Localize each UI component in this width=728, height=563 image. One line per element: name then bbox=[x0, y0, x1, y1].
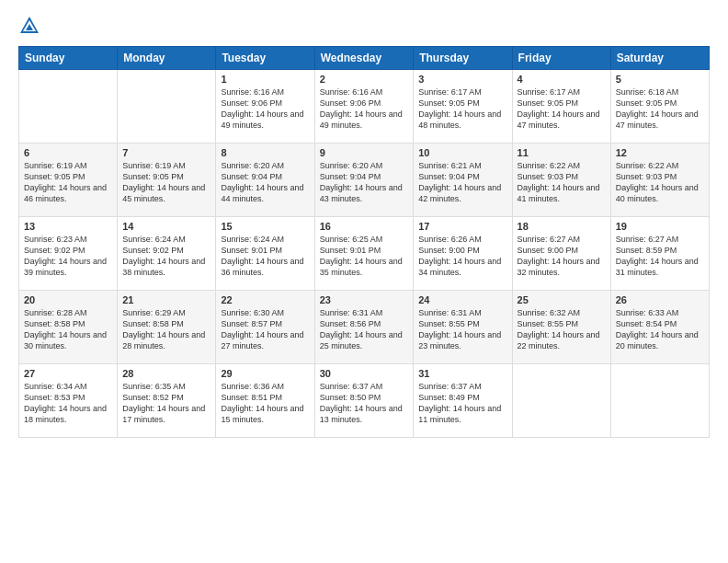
col-header-thursday: Thursday bbox=[414, 47, 512, 70]
calendar-week-row: 1Sunrise: 6:16 AMSunset: 9:06 PMDaylight… bbox=[19, 70, 710, 144]
calendar-week-row: 13Sunrise: 6:23 AMSunset: 9:02 PMDayligh… bbox=[19, 217, 710, 291]
calendar-cell: 31Sunrise: 6:37 AMSunset: 8:49 PMDayligh… bbox=[414, 364, 512, 438]
calendar-cell bbox=[118, 70, 216, 144]
cell-sun-info: Sunrise: 6:37 AMSunset: 8:50 PMDaylight:… bbox=[320, 381, 409, 426]
calendar-cell: 6Sunrise: 6:19 AMSunset: 9:05 PMDaylight… bbox=[19, 144, 118, 217]
cell-sun-info: Sunrise: 6:16 AMSunset: 9:06 PMDaylight:… bbox=[320, 86, 409, 132]
day-number: 23 bbox=[320, 294, 409, 305]
cell-sun-info: Sunrise: 6:28 AMSunset: 8:58 PMDaylight:… bbox=[24, 307, 112, 352]
calendar-cell: 18Sunrise: 6:27 AMSunset: 9:00 PMDayligh… bbox=[512, 217, 610, 291]
day-number: 14 bbox=[122, 221, 210, 232]
calendar-cell: 28Sunrise: 6:35 AMSunset: 8:52 PMDayligh… bbox=[118, 364, 216, 438]
page: SundayMondayTuesdayWednesdayThursdayFrid… bbox=[0, 0, 728, 563]
cell-sun-info: Sunrise: 6:27 AMSunset: 8:59 PMDaylight:… bbox=[616, 234, 704, 279]
cell-sun-info: Sunrise: 6:16 AMSunset: 9:06 PMDaylight:… bbox=[221, 86, 309, 132]
day-number: 19 bbox=[616, 221, 704, 232]
calendar-cell: 9Sunrise: 6:20 AMSunset: 9:04 PMDaylight… bbox=[314, 144, 414, 217]
day-number: 15 bbox=[221, 221, 309, 232]
calendar-table: SundayMondayTuesdayWednesdayThursdayFrid… bbox=[18, 46, 710, 438]
day-number: 13 bbox=[24, 221, 112, 232]
col-header-friday: Friday bbox=[512, 47, 610, 70]
day-number: 1 bbox=[221, 74, 309, 85]
cell-sun-info: Sunrise: 6:25 AMSunset: 9:01 PMDaylight:… bbox=[320, 234, 409, 279]
day-number: 3 bbox=[418, 74, 506, 85]
header bbox=[18, 15, 710, 37]
col-header-sunday: Sunday bbox=[19, 47, 118, 70]
calendar-cell: 5Sunrise: 6:18 AMSunset: 9:05 PMDaylight… bbox=[610, 70, 709, 144]
col-header-wednesday: Wednesday bbox=[314, 47, 414, 70]
cell-sun-info: Sunrise: 6:20 AMSunset: 9:04 PMDaylight:… bbox=[221, 160, 309, 205]
calendar-cell bbox=[610, 364, 709, 438]
day-number: 10 bbox=[418, 147, 506, 158]
cell-sun-info: Sunrise: 6:37 AMSunset: 8:49 PMDaylight:… bbox=[418, 381, 506, 426]
day-number: 31 bbox=[418, 368, 506, 379]
calendar-cell: 1Sunrise: 6:16 AMSunset: 9:06 PMDaylight… bbox=[216, 70, 314, 144]
cell-sun-info: Sunrise: 6:26 AMSunset: 9:00 PMDaylight:… bbox=[418, 234, 506, 279]
cell-sun-info: Sunrise: 6:30 AMSunset: 8:57 PMDaylight:… bbox=[221, 307, 309, 352]
calendar-cell: 17Sunrise: 6:26 AMSunset: 9:00 PMDayligh… bbox=[414, 217, 512, 291]
cell-sun-info: Sunrise: 6:34 AMSunset: 8:53 PMDaylight:… bbox=[24, 381, 112, 426]
calendar-cell: 3Sunrise: 6:17 AMSunset: 9:05 PMDaylight… bbox=[414, 70, 512, 144]
cell-sun-info: Sunrise: 6:17 AMSunset: 9:05 PMDaylight:… bbox=[418, 86, 506, 132]
col-header-monday: Monday bbox=[118, 47, 216, 70]
logo bbox=[18, 15, 44, 37]
calendar-cell: 26Sunrise: 6:33 AMSunset: 8:54 PMDayligh… bbox=[610, 291, 709, 364]
calendar-cell: 25Sunrise: 6:32 AMSunset: 8:55 PMDayligh… bbox=[512, 291, 610, 364]
calendar-cell: 14Sunrise: 6:24 AMSunset: 9:02 PMDayligh… bbox=[118, 217, 216, 291]
day-number: 6 bbox=[24, 147, 112, 158]
cell-sun-info: Sunrise: 6:20 AMSunset: 9:04 PMDaylight:… bbox=[320, 160, 409, 205]
calendar-cell: 15Sunrise: 6:24 AMSunset: 9:01 PMDayligh… bbox=[216, 217, 314, 291]
cell-sun-info: Sunrise: 6:33 AMSunset: 8:54 PMDaylight:… bbox=[616, 307, 704, 352]
calendar-cell: 13Sunrise: 6:23 AMSunset: 9:02 PMDayligh… bbox=[19, 217, 118, 291]
day-number: 25 bbox=[518, 294, 606, 305]
cell-sun-info: Sunrise: 6:22 AMSunset: 9:03 PMDaylight:… bbox=[616, 160, 704, 205]
calendar-cell bbox=[19, 70, 118, 144]
calendar-week-row: 27Sunrise: 6:34 AMSunset: 8:53 PMDayligh… bbox=[19, 364, 710, 438]
calendar-cell: 29Sunrise: 6:36 AMSunset: 8:51 PMDayligh… bbox=[216, 364, 314, 438]
cell-sun-info: Sunrise: 6:23 AMSunset: 9:02 PMDaylight:… bbox=[24, 234, 112, 279]
day-number: 18 bbox=[518, 221, 606, 232]
day-number: 4 bbox=[518, 74, 606, 85]
calendar-cell: 19Sunrise: 6:27 AMSunset: 8:59 PMDayligh… bbox=[610, 217, 709, 291]
day-number: 9 bbox=[320, 147, 409, 158]
cell-sun-info: Sunrise: 6:36 AMSunset: 8:51 PMDaylight:… bbox=[221, 381, 309, 426]
cell-sun-info: Sunrise: 6:21 AMSunset: 9:04 PMDaylight:… bbox=[418, 160, 506, 205]
day-number: 28 bbox=[122, 368, 210, 379]
day-number: 29 bbox=[221, 368, 309, 379]
cell-sun-info: Sunrise: 6:31 AMSunset: 8:55 PMDaylight:… bbox=[418, 307, 506, 352]
cell-sun-info: Sunrise: 6:18 AMSunset: 9:05 PMDaylight:… bbox=[616, 86, 704, 132]
calendar-week-row: 20Sunrise: 6:28 AMSunset: 8:58 PMDayligh… bbox=[19, 291, 710, 364]
calendar-cell: 21Sunrise: 6:29 AMSunset: 8:58 PMDayligh… bbox=[118, 291, 216, 364]
cell-sun-info: Sunrise: 6:17 AMSunset: 9:05 PMDaylight:… bbox=[518, 86, 606, 132]
calendar-cell: 10Sunrise: 6:21 AMSunset: 9:04 PMDayligh… bbox=[414, 144, 512, 217]
col-header-tuesday: Tuesday bbox=[216, 47, 314, 70]
calendar-cell: 11Sunrise: 6:22 AMSunset: 9:03 PMDayligh… bbox=[512, 144, 610, 217]
calendar-cell: 27Sunrise: 6:34 AMSunset: 8:53 PMDayligh… bbox=[19, 364, 118, 438]
calendar-cell: 2Sunrise: 6:16 AMSunset: 9:06 PMDaylight… bbox=[314, 70, 414, 144]
calendar-cell: 12Sunrise: 6:22 AMSunset: 9:03 PMDayligh… bbox=[610, 144, 709, 217]
cell-sun-info: Sunrise: 6:31 AMSunset: 8:56 PMDaylight:… bbox=[320, 307, 409, 352]
day-number: 22 bbox=[221, 294, 309, 305]
day-number: 12 bbox=[616, 147, 704, 158]
day-number: 16 bbox=[320, 221, 409, 232]
day-number: 11 bbox=[518, 147, 606, 158]
calendar-header-row: SundayMondayTuesdayWednesdayThursdayFrid… bbox=[19, 47, 710, 70]
calendar-cell: 7Sunrise: 6:19 AMSunset: 9:05 PMDaylight… bbox=[118, 144, 216, 217]
day-number: 21 bbox=[122, 294, 210, 305]
calendar-cell bbox=[512, 364, 610, 438]
day-number: 30 bbox=[320, 368, 409, 379]
cell-sun-info: Sunrise: 6:35 AMSunset: 8:52 PMDaylight:… bbox=[122, 381, 210, 426]
day-number: 17 bbox=[418, 221, 506, 232]
cell-sun-info: Sunrise: 6:22 AMSunset: 9:03 PMDaylight:… bbox=[518, 160, 606, 205]
cell-sun-info: Sunrise: 6:19 AMSunset: 9:05 PMDaylight:… bbox=[24, 160, 112, 205]
calendar-cell: 16Sunrise: 6:25 AMSunset: 9:01 PMDayligh… bbox=[314, 217, 414, 291]
cell-sun-info: Sunrise: 6:32 AMSunset: 8:55 PMDaylight:… bbox=[518, 307, 606, 352]
calendar-cell: 30Sunrise: 6:37 AMSunset: 8:50 PMDayligh… bbox=[314, 364, 414, 438]
col-header-saturday: Saturday bbox=[610, 47, 709, 70]
calendar-cell: 23Sunrise: 6:31 AMSunset: 8:56 PMDayligh… bbox=[314, 291, 414, 364]
day-number: 8 bbox=[221, 147, 309, 158]
day-number: 26 bbox=[616, 294, 704, 305]
cell-sun-info: Sunrise: 6:29 AMSunset: 8:58 PMDaylight:… bbox=[122, 307, 210, 352]
calendar-cell: 24Sunrise: 6:31 AMSunset: 8:55 PMDayligh… bbox=[414, 291, 512, 364]
cell-sun-info: Sunrise: 6:24 AMSunset: 9:01 PMDaylight:… bbox=[221, 234, 309, 279]
